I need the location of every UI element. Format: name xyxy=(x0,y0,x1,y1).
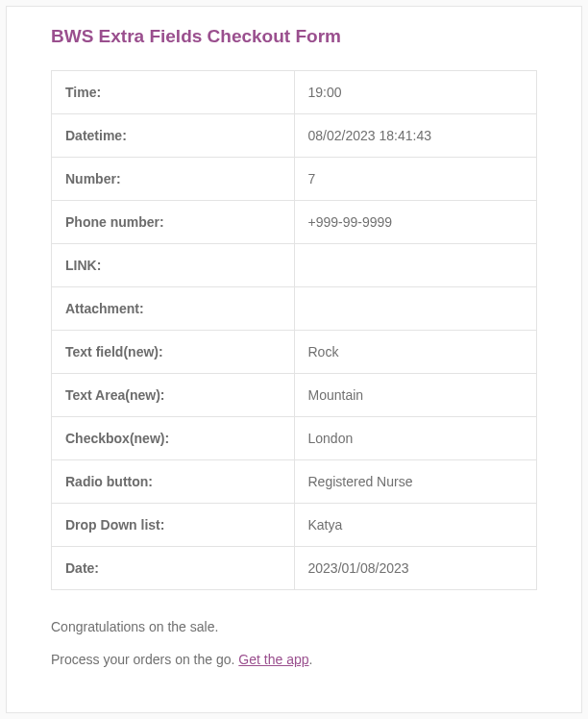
table-row: Text field(new): Rock xyxy=(52,331,537,374)
get-app-link[interactable]: Get the app xyxy=(238,652,308,667)
field-value: 2023/01/08/2023 xyxy=(294,547,537,590)
footer-text: Congratulations on the sale. Process you… xyxy=(51,619,537,667)
table-row: Text Area(new): Mountain xyxy=(52,374,537,417)
field-label: Radio button: xyxy=(52,460,295,504)
table-row: Drop Down list: Katya xyxy=(52,504,537,547)
congrats-text: Congratulations on the sale. xyxy=(51,619,537,634)
form-container: BWS Extra Fields Checkout Form Time: 19:… xyxy=(6,6,582,713)
field-label: Text field(new): xyxy=(52,331,295,374)
table-row: Attachment: xyxy=(52,287,537,331)
field-value xyxy=(294,287,537,331)
table-row: Number: 7 xyxy=(52,158,537,201)
field-value: Rock xyxy=(294,331,537,374)
field-label: Phone number: xyxy=(52,201,295,244)
field-label: Date: xyxy=(52,547,295,590)
field-label: Attachment: xyxy=(52,287,295,331)
field-value: London xyxy=(294,417,537,460)
table-row: Time: 19:00 xyxy=(52,71,537,114)
field-value: Mountain xyxy=(294,374,537,417)
table-row: Checkbox(new): London xyxy=(52,417,537,460)
field-value: 7 xyxy=(294,158,537,201)
field-value: 08/02/2023 18:41:43 xyxy=(294,114,537,158)
table-row: Radio button: Registered Nurse xyxy=(52,460,537,504)
page-title: BWS Extra Fields Checkout Form xyxy=(51,26,537,47)
field-label: Number: xyxy=(52,158,295,201)
field-value xyxy=(294,244,537,287)
field-label: LINK: xyxy=(52,244,295,287)
field-value: 19:00 xyxy=(294,71,537,114)
process-prefix: Process your orders on the go. xyxy=(51,652,238,667)
table-row: Date: 2023/01/08/2023 xyxy=(52,547,537,590)
field-value: Katya xyxy=(294,504,537,547)
table-row: LINK: xyxy=(52,244,537,287)
field-value: +999-99-9999 xyxy=(294,201,537,244)
table-row: Phone number: +999-99-9999 xyxy=(52,201,537,244)
field-label: Checkbox(new): xyxy=(52,417,295,460)
field-label: Text Area(new): xyxy=(52,374,295,417)
field-label: Drop Down list: xyxy=(52,504,295,547)
field-label: Time: xyxy=(52,71,295,114)
field-value: Registered Nurse xyxy=(294,460,537,504)
table-row: Datetime: 08/02/2023 18:41:43 xyxy=(52,114,537,158)
process-suffix: . xyxy=(309,652,313,667)
fields-table: Time: 19:00 Datetime: 08/02/2023 18:41:4… xyxy=(51,70,537,590)
process-text: Process your orders on the go. Get the a… xyxy=(51,652,537,667)
field-label: Datetime: xyxy=(52,114,295,158)
